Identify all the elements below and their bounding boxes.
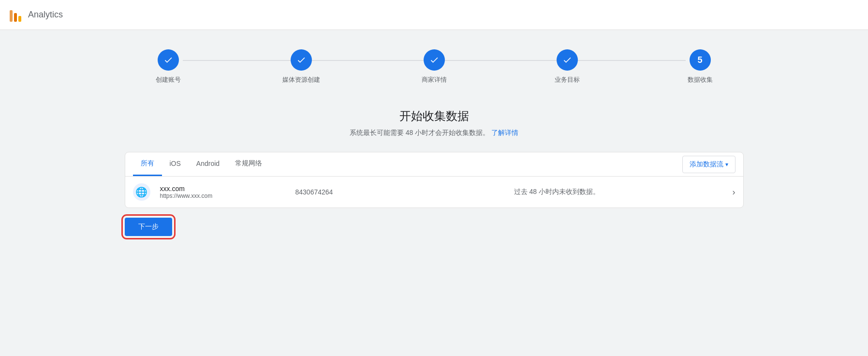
dropdown-arrow-icon: ▾ — [725, 161, 728, 168]
stream-id: 8430674264 — [295, 188, 504, 196]
add-stream-button[interactable]: 添加数据流 ▾ — [682, 156, 736, 173]
row-navigate-icon[interactable]: › — [733, 187, 736, 197]
step-2-circle — [291, 49, 312, 71]
stream-row: 🌐 xxx.com https://www.xxx.com 8430674264… — [125, 177, 743, 208]
streams-card: 所有 iOS Android 常规网络 添加数据流 ▾ 🌐 xxx.com ht… — [125, 152, 744, 208]
stepper: 创建账号 媒体资源创建 商家详情 业务目标 5 — [125, 49, 744, 84]
step-4: 业务目标 — [543, 49, 591, 84]
globe-icon: 🌐 — [135, 186, 147, 198]
tabs-list: 所有 iOS Android 常规网络 — [133, 152, 270, 176]
app-logo — [10, 8, 21, 22]
tabs-bar: 所有 iOS Android 常规网络 添加数据流 ▾ — [125, 152, 743, 177]
page-title-section: 开始收集数据 系统最长可能需要 48 小时才会开始收集数据。 了解详情 — [125, 108, 744, 137]
main-content: 创建账号 媒体资源创建 商家详情 业务目标 5 — [96, 30, 773, 255]
step-2-label: 媒体资源创建 — [282, 75, 320, 84]
page-title: 开始收集数据 — [125, 108, 744, 124]
step-5-label: 数据收集 — [688, 75, 713, 84]
page-subtitle: 系统最长可能需要 48 小时才会开始收集数据。 了解详情 — [125, 129, 744, 137]
step-5: 5 数据收集 — [676, 49, 724, 84]
logo-bar-3 — [10, 10, 13, 22]
app-header: Analytics — [0, 0, 868, 30]
step-4-circle — [557, 49, 578, 71]
site-url: https://www.xxx.com — [160, 193, 286, 199]
add-stream-label: 添加数据流 — [690, 160, 723, 169]
site-info: xxx.com https://www.xxx.com — [160, 185, 286, 199]
step-3-circle — [424, 49, 445, 71]
tab-ios[interactable]: iOS — [162, 153, 189, 176]
logo-bar-1 — [18, 16, 21, 22]
tab-android[interactable]: Android — [189, 153, 227, 176]
step-2: 媒体资源创建 — [277, 49, 325, 84]
stream-status: 过去 48 小时内未收到数据。 — [514, 188, 723, 196]
step-1-circle — [158, 49, 179, 71]
step-5-circle: 5 — [690, 49, 711, 71]
step-4-label: 业务目标 — [555, 75, 580, 84]
site-name: xxx.com — [160, 185, 286, 193]
step-1-label: 创建账号 — [156, 75, 181, 84]
tab-web[interactable]: 常规网络 — [227, 152, 270, 176]
app-title: Analytics — [28, 10, 63, 20]
tab-all[interactable]: 所有 — [133, 152, 162, 176]
learn-more-link[interactable]: 了解详情 — [491, 129, 518, 136]
step-5-number: 5 — [697, 55, 702, 65]
step-1: 创建账号 — [144, 49, 192, 84]
site-icon-container: 🌐 — [133, 183, 150, 201]
next-button-container: 下一步 — [125, 218, 744, 236]
page-subtitle-text: 系统最长可能需要 48 小时才会开始收集数据。 — [350, 129, 489, 136]
logo-bar-2 — [14, 13, 17, 22]
next-button[interactable]: 下一步 — [125, 218, 172, 236]
step-3: 商家详情 — [410, 49, 458, 84]
step-3-label: 商家详情 — [422, 75, 447, 84]
